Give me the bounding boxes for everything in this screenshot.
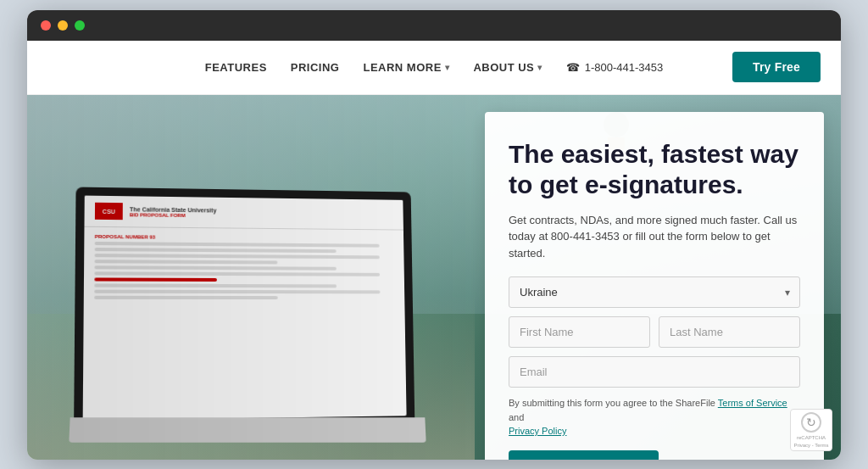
recaptcha-icon: ↻ — [801, 412, 821, 433]
nav-about-us[interactable]: ABOUT US ▾ — [473, 61, 542, 74]
country-select-group: Ukraine United States Canada United King… — [509, 276, 800, 308]
hero-form-panel: The easiest, fastest way to get e-signat… — [485, 112, 824, 460]
nav-links-group: FEATURES PRICING LEARN MORE ▾ ABOUT US ▾… — [205, 61, 664, 74]
email-field-group — [509, 356, 800, 388]
terms-of-service-link[interactable]: Terms of Service — [718, 398, 787, 408]
maximize-button[interactable] — [75, 20, 85, 31]
hero-headline: The easiest, fastest way to get e-signat… — [509, 139, 800, 200]
nav-phone: ☎ 1-800-441-3453 — [566, 61, 664, 74]
nav-pricing[interactable]: PRICING — [291, 61, 340, 74]
minimize-button[interactable] — [58, 20, 68, 31]
start-trial-button[interactable]: Start My Free Trial — [509, 450, 659, 460]
privacy-policy-link[interactable]: Privacy Policy — [509, 426, 566, 436]
recaptcha-links: Privacy - Terms — [793, 443, 828, 448]
hero-section: CSU The California State University BID … — [27, 95, 841, 460]
close-button[interactable] — [41, 20, 51, 31]
nav-features[interactable]: FEATURES — [205, 61, 267, 74]
hero-subtext: Get contracts, NDAs, and more signed muc… — [509, 212, 800, 262]
browser-window: FEATURES PRICING LEARN MORE ▾ ABOUT US ▾… — [27, 10, 841, 460]
recaptcha-label: reCAPTCHA — [797, 435, 826, 440]
consent-text: By submitting this form you agree to the… — [509, 396, 800, 438]
nav-learn-more[interactable]: LEARN MORE ▾ — [363, 61, 449, 74]
last-name-input[interactable] — [659, 316, 800, 348]
email-input[interactable] — [509, 356, 800, 388]
country-select[interactable]: Ukraine United States Canada United King… — [509, 276, 800, 308]
try-free-button[interactable]: Try Free — [732, 52, 821, 82]
recaptcha-badge: ↻ reCAPTCHA Privacy - Terms — [790, 409, 832, 451]
name-fields-row — [509, 316, 800, 348]
learn-more-chevron-icon: ▾ — [445, 63, 450, 72]
browser-chrome — [27, 10, 841, 41]
first-name-input[interactable] — [509, 316, 650, 348]
about-us-chevron-icon: ▾ — [537, 63, 542, 72]
phone-icon: ☎ — [566, 61, 580, 74]
navigation-bar: FEATURES PRICING LEARN MORE ▾ ABOUT US ▾… — [27, 41, 841, 95]
